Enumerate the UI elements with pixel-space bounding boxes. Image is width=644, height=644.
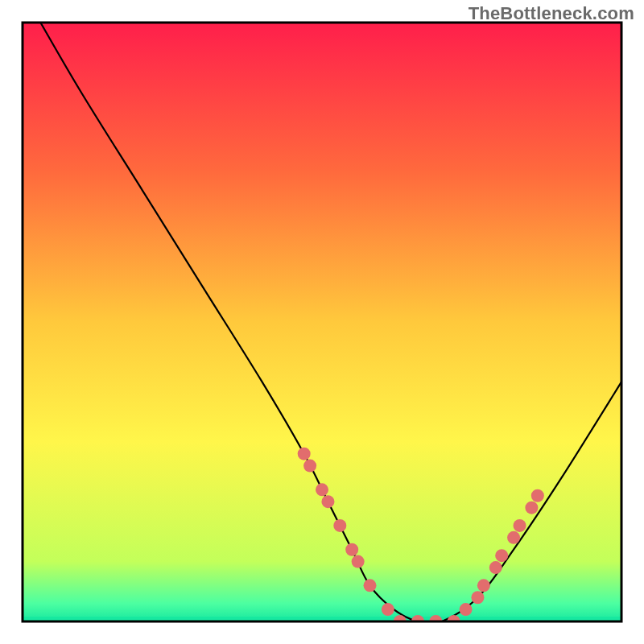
- highlight-dot: [507, 531, 520, 544]
- highlight-dot: [333, 519, 346, 532]
- highlight-dot: [316, 483, 328, 496]
- highlight-dot: [352, 555, 365, 568]
- chart-frame: TheBottleneck.com: [0, 0, 644, 644]
- watermark-text: TheBottleneck.com: [469, 3, 634, 24]
- highlight-dot: [471, 591, 484, 604]
- highlight-dot: [531, 489, 544, 502]
- bottleneck-chart: [0, 0, 644, 644]
- highlight-dot: [345, 543, 358, 556]
- plot-background: [23, 23, 621, 621]
- highlight-dot: [364, 579, 377, 592]
- highlight-dot: [321, 495, 334, 508]
- highlight-dot: [298, 448, 311, 460]
- highlight-dot: [495, 549, 508, 562]
- highlight-dot: [489, 561, 502, 574]
- highlight-dot: [382, 603, 394, 616]
- highlight-dot: [303, 460, 316, 473]
- highlight-dot: [477, 579, 490, 592]
- highlight-dot: [514, 519, 526, 532]
- highlight-dot: [525, 502, 538, 514]
- highlight-dot: [460, 603, 473, 616]
